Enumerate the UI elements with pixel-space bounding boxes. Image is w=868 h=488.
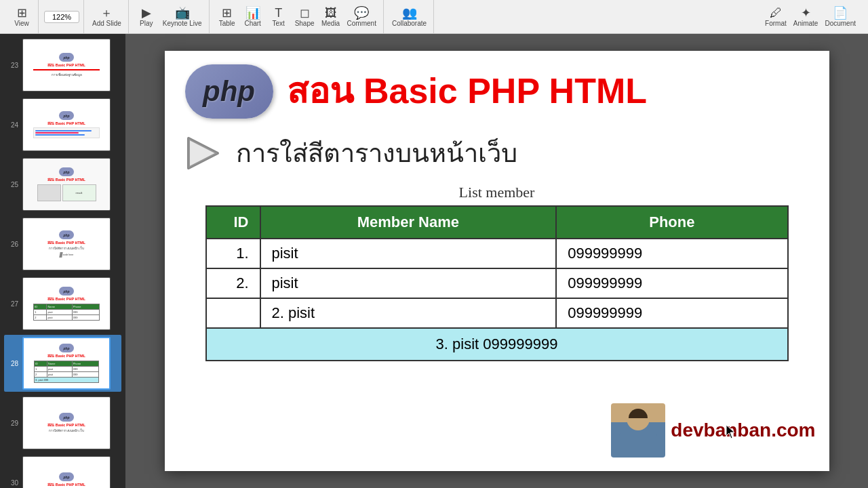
slide-preview-25: php สอน Basic PHP HTML result <box>22 158 111 211</box>
cell-phone-1: 099999999 <box>556 239 787 268</box>
slide-title: สอน Basic PHP HTML <box>287 72 647 110</box>
format-button[interactable]: 🖊 Format <box>762 3 789 31</box>
cell-name-2: pisit <box>260 268 557 298</box>
slide-num-30: 30 <box>6 479 18 487</box>
animate-icon: ✦ <box>801 7 811 19</box>
thumb-title-29: สอน Basic PHP HTML <box>47 423 85 428</box>
php-logo: php <box>185 64 273 119</box>
play-button[interactable]: ▶ Play <box>134 3 159 31</box>
thumb-sub-29: การใส่สีตารางบนหน้าเว็บ <box>49 428 84 433</box>
table-icon: ⊞ <box>222 7 232 19</box>
php-logo-text: php <box>203 75 255 108</box>
chart-icon: 📊 <box>245 7 260 19</box>
animate-button[interactable]: ✦ Animate <box>791 3 821 31</box>
shape-icon: ◻ <box>300 7 310 19</box>
comment-button[interactable]: 💬 Comment <box>344 3 379 31</box>
slide-thumb-30[interactable]: 30 php สอน Basic PHP HTML การเรียกใช้ฟัง… <box>4 454 121 488</box>
avatar-person <box>611 403 665 458</box>
document-icon: 📄 <box>833 7 848 19</box>
document-button[interactable]: 📄 Document <box>822 3 859 31</box>
slides-panel: 23 php สอน Basic PHP HTML การเชื่อมต่อฐา… <box>0 34 125 488</box>
slide-thumb-29[interactable]: 29 php สอน Basic PHP HTML การใส่สีตารางบ… <box>4 394 121 451</box>
keynote-live-button[interactable]: 📺 Keynote Live <box>160 3 205 31</box>
slide-preview-23: php สอน Basic PHP HTML การเชื่อมต่อฐานข้… <box>22 39 111 92</box>
comment-label: Comment <box>347 20 376 27</box>
thumb-php-logo-29: php <box>59 413 74 422</box>
avatar <box>611 403 665 458</box>
section-title-area: การใส่สีตารางบนหน้าเว็บ <box>185 132 809 174</box>
chart-label: Chart <box>244 20 260 27</box>
media-icon: 🖼 <box>325 7 337 19</box>
play-icon: ▶ <box>142 7 151 19</box>
collaborate-group: 👥 Collaborate <box>385 0 434 33</box>
chart-button[interactable]: 📊 Chart <box>241 3 265 31</box>
cell-name-3: 2. pisit <box>260 298 557 328</box>
thumb-title-26: สอน Basic PHP HTML <box>47 241 85 245</box>
site-url: devbanban.com <box>671 420 815 441</box>
thumb-php-logo: php <box>59 53 74 62</box>
shape-button[interactable]: ◻ Shape <box>292 3 317 31</box>
thumb-sub-23: การเชื่อมต่อฐานข้อมูล <box>52 73 82 77</box>
data-table: ID Member Name Phone 1. pisit 099999999 … <box>205 205 789 361</box>
media-button[interactable]: 🖼 Media <box>319 3 343 31</box>
add-slide-icon: ＋ <box>100 7 113 19</box>
slide-thumb-27[interactable]: 27 php สอน Basic PHP HTML ID Name Phone … <box>4 275 121 332</box>
thumb-title-24: สอน Basic PHP HTML <box>47 121 85 126</box>
thumb-title-30: สอน Basic PHP HTML <box>47 483 85 487</box>
collaborate-button[interactable]: 👥 Collaborate <box>389 3 429 31</box>
thumb-title-23: สอน Basic PHP HTML <box>47 63 85 68</box>
thumb-php-logo-27: php <box>59 287 74 296</box>
keynote-live-label: Keynote Live <box>163 20 202 27</box>
play-label: Play <box>140 20 153 27</box>
slide-preview-30: php สอน Basic PHP HTML การเรียกใช้ฟังก์ช… <box>22 456 111 488</box>
comment-icon: 💬 <box>354 7 369 19</box>
document-label: Document <box>825 20 856 27</box>
cell-id-2: 2. <box>206 268 260 298</box>
svg-marker-1 <box>189 138 218 168</box>
slide-num-29: 29 <box>6 420 18 427</box>
main-slide-area: php สอน Basic PHP HTML การใส่สีตารางบนหน… <box>125 34 868 488</box>
format-icon: 🖊 <box>770 7 782 19</box>
play-group: ▶ Play 📺 Keynote Live <box>130 0 210 33</box>
table-container: List member ID Member Name Phone 1. pisi… <box>205 184 789 361</box>
col-header-name: Member Name <box>260 206 557 239</box>
slide-num-25: 25 <box>6 181 18 188</box>
slide-num-24: 24 <box>6 121 18 129</box>
keynote-live-icon: 📺 <box>175 7 190 19</box>
table-row: 2. pisit 099999999 <box>206 298 788 328</box>
thumb-php-logo-30: php <box>59 472 74 481</box>
thumb-title-25: สอน Basic PHP HTML <box>47 178 85 182</box>
format-label: Format <box>765 20 787 27</box>
table-row: 1. pisit 099999999 <box>206 239 788 268</box>
view-options-group: 🖊 Format ✦ Animate 📄 Document <box>758 0 863 33</box>
slide-thumb-24[interactable]: 24 php สอน Basic PHP HTML <box>4 96 121 153</box>
table-caption: List member <box>205 184 789 201</box>
cell-id-3 <box>206 298 260 328</box>
table-header-row: ID Member Name Phone <box>206 206 788 239</box>
slide-preview-29: php สอน Basic PHP HTML การใส่สีตารางบนหน… <box>22 396 111 449</box>
add-slide-button[interactable]: ＋ Add Slide <box>90 3 124 31</box>
zoom-value[interactable]: 122% <box>44 11 79 23</box>
slide-thumb-26[interactable]: 26 php สอน Basic PHP HTML การใส่สีตารางบ… <box>4 216 121 272</box>
slide-thumb-28[interactable]: 28 php สอน Basic PHP HTML ID Name Phone … <box>4 335 121 392</box>
thumb-title-28: สอน Basic PHP HTML <box>47 354 85 359</box>
thumb-php-logo-28: php <box>59 344 74 352</box>
view-button[interactable]: ⊞ View <box>9 3 34 31</box>
cell-name-1: pisit <box>260 239 557 268</box>
slide-num-26: 26 <box>6 241 18 248</box>
slide-thumb-25[interactable]: 25 php สอน Basic PHP HTML result <box>4 156 121 213</box>
table-button[interactable]: ⊞ Table <box>215 3 239 31</box>
text-button[interactable]: T Text <box>267 3 291 31</box>
slide-thumb-23[interactable]: 23 php สอน Basic PHP HTML การเชื่อมต่อฐา… <box>4 37 121 94</box>
avatar-body <box>619 432 657 456</box>
thumb-php-logo-24: php <box>59 111 74 120</box>
cell-phone-3: 099999999 <box>556 298 787 328</box>
table-row-highlighted: 3. pisit 099999999 <box>206 328 788 361</box>
col-header-phone: Phone <box>556 206 787 239</box>
avatar-head <box>627 407 650 430</box>
slide-canvas: php สอน Basic PHP HTML การใส่สีตารางบนหน… <box>165 51 829 471</box>
thumb-sub-26: การใส่สีตารางบนหน้าเว็บ <box>49 246 84 251</box>
thumb-title-27: สอน Basic PHP HTML <box>47 297 85 302</box>
cell-phone-2: 099999999 <box>556 268 787 298</box>
toolbar: ⊞ View 122% ＋ Add Slide ▶ Play 📺 Keynote… <box>0 0 868 34</box>
